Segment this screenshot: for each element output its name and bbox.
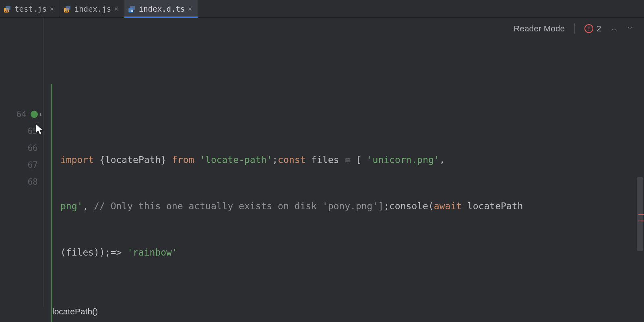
js-file-icon: JS — [4, 5, 11, 12]
svg-rect-2 — [6, 6, 10, 10]
line-number: 64 — [17, 107, 27, 122]
scrollbar-track[interactable] — [636, 37, 644, 291]
error-marker[interactable] — [638, 221, 644, 221]
tab-label: index.d.ts — [139, 4, 185, 13]
error-marker[interactable] — [638, 214, 644, 215]
close-icon[interactable]: ✕ — [188, 6, 192, 12]
editor-tabs: JS test.js ✕ JS index.js ✕ TS index.d.ts… — [0, 0, 644, 18]
tab-label: test.js — [14, 4, 47, 13]
line-number: 67 — [28, 158, 38, 172]
line-number: 66 — [28, 141, 38, 155]
js-file-icon: JS — [64, 5, 71, 12]
line-number: 65 — [28, 124, 38, 138]
close-icon[interactable]: ✕ — [114, 6, 118, 12]
line-number: 68 — [28, 175, 38, 189]
run-marker-icon[interactable] — [31, 111, 38, 118]
tab-index-d-ts[interactable]: TS index.d.ts ✕ — [124, 0, 198, 17]
tab-label: index.js — [74, 4, 111, 13]
code-area[interactable]: import {locatePath} from 'locate-path';c… — [44, 18, 644, 307]
tab-test-js[interactable]: JS test.js ✕ — [0, 0, 60, 17]
svg-rect-8 — [130, 6, 135, 10]
rendered-doc-block: import {locatePath} from 'locate-path';c… — [51, 84, 644, 322]
tab-index-js[interactable]: JS index.js ✕ — [60, 0, 124, 17]
breadcrumb[interactable]: locatePath() — [52, 307, 98, 316]
editor[interactable]: 64 65 66 67 68 import {locatePath} from … — [0, 18, 644, 307]
line-gutter: 64 65 66 67 68 — [0, 18, 43, 307]
close-icon[interactable]: ✕ — [50, 6, 54, 12]
svg-rect-5 — [66, 6, 70, 10]
ts-file-icon: TS — [128, 5, 136, 12]
